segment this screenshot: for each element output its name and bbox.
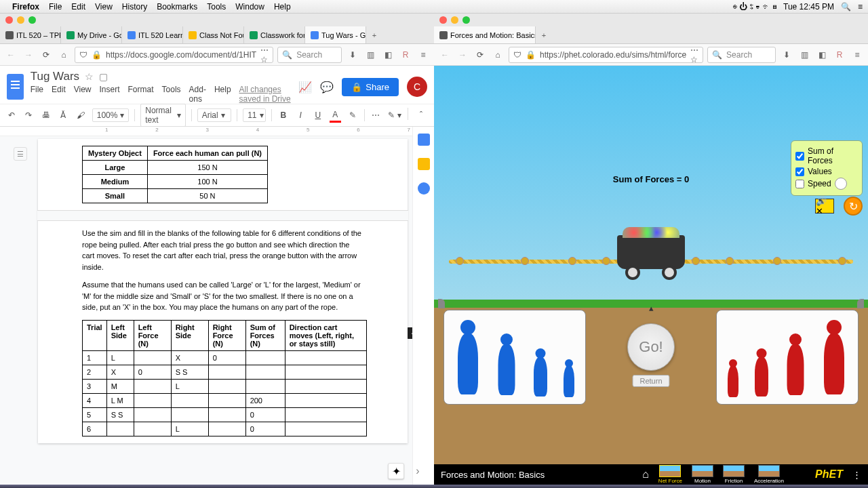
outline-toggle[interactable]: ☰ <box>14 147 27 161</box>
search-field[interactable]: 🔍Search <box>277 47 342 63</box>
activity-icon[interactable]: 📈 <box>298 81 312 94</box>
more-button[interactable]: ⋯ <box>370 108 382 123</box>
mystery-table[interactable]: Mystery ObjectForce each human can pull … <box>82 146 268 203</box>
menu-view[interactable]: View <box>95 2 113 12</box>
spellcheck-button[interactable]: Ǎ <box>58 108 70 123</box>
phet-logo[interactable]: PhET <box>815 468 843 481</box>
zoom-select[interactable]: 100% ▾ <box>92 108 130 122</box>
mute-button[interactable]: 🔊✕ <box>815 199 834 214</box>
search-field-r[interactable]: 🔍Search <box>707 47 776 63</box>
tab-tugwars[interactable]: Tug Wars - G× <box>305 26 366 43</box>
blue-puller-large[interactable] <box>452 320 484 401</box>
document-page[interactable]: Mystery ObjectForce each human can pull … <box>38 139 408 443</box>
comments-icon[interactable]: 💬 <box>320 81 334 94</box>
trial-table[interactable]: Trial Left Side Left Force (N) Right Sid… <box>82 320 367 436</box>
text-color-button[interactable]: A <box>330 108 342 123</box>
italic-button[interactable]: I <box>295 108 307 123</box>
gd-menu-help[interactable]: Help <box>214 85 231 104</box>
sidebar-icon-r[interactable]: ◧ <box>815 48 829 62</box>
back-button-r[interactable]: ← <box>438 48 452 62</box>
download-icon-r[interactable]: ⬇ <box>780 48 793 62</box>
doc-canvas[interactable]: 1234567 ☰ 4 of 6 ✦ › Mystery ObjectForce… <box>0 127 434 485</box>
underline-button[interactable]: U <box>312 108 324 123</box>
gd-menu-insert[interactable]: Insert <box>100 85 120 104</box>
spotlight-icon[interactable]: 🔍 <box>841 2 851 12</box>
cart[interactable] <box>617 235 685 269</box>
instructions-para-2[interactable]: Assume that the humans used can be calle… <box>82 279 363 313</box>
tab-drive[interactable]: My Drive - Goo <box>61 26 122 43</box>
reset-button[interactable]: ↻ <box>844 197 863 216</box>
kebab-icon[interactable]: ⋮ <box>852 470 861 480</box>
address-field[interactable]: 🛡🔒https://docs.google.com/document/d/1HI… <box>75 47 273 63</box>
knot[interactable] <box>692 257 700 265</box>
account-icon[interactable]: R <box>399 48 412 62</box>
size-select[interactable]: 11 ▾ <box>243 108 266 122</box>
print-button[interactable]: 🖶 <box>40 108 52 123</box>
forward-button[interactable]: → <box>22 48 35 62</box>
menu-window[interactable]: Window <box>235 2 264 12</box>
collapse-button[interactable]: ˆ <box>414 108 429 123</box>
blue-puller-medium[interactable] <box>493 333 520 401</box>
keep-icon[interactable] <box>418 158 430 170</box>
avatar[interactable]: C <box>407 77 427 97</box>
explore-button[interactable]: ✦ <box>388 463 404 479</box>
menu-file[interactable]: File <box>49 2 62 12</box>
app-name[interactable]: Firefox <box>12 2 39 12</box>
tab-classnotfound[interactable]: Class Not Found <box>183 26 244 43</box>
clock[interactable]: Tue 12:45 PM <box>783 2 834 12</box>
gd-menu-view[interactable]: View <box>74 85 92 104</box>
menu-bookmarks[interactable]: Bookmarks <box>157 2 197 12</box>
sum-forces-checkbox[interactable]: Sum of Forces <box>795 146 858 165</box>
gd-menu-edit[interactable]: Edit <box>52 85 66 104</box>
tab-phet[interactable]: Forces and Motion: Basics× <box>434 26 536 43</box>
style-select[interactable]: Normal text ▾ <box>140 104 186 127</box>
address-field-r[interactable]: 🛡🔒https://phet.colorado.edu/sims/html/fo… <box>509 47 703 63</box>
editing-mode-button[interactable]: ✎ ▾ <box>387 108 402 123</box>
menu-help[interactable]: Help <box>274 2 291 12</box>
home-button[interactable]: ⌂ <box>57 48 71 62</box>
gd-menu-format[interactable]: Format <box>128 85 154 104</box>
instructions-para-1[interactable]: Use the sim and fill in the blanks of th… <box>82 228 363 272</box>
sidebar-icon[interactable]: ◧ <box>381 48 395 62</box>
tasks-icon[interactable] <box>418 182 430 195</box>
calendar-icon[interactable] <box>418 134 430 146</box>
account-icon-r[interactable]: R <box>833 48 846 62</box>
home-icon[interactable]: ⌂ <box>642 468 649 481</box>
bold-button[interactable]: B <box>277 108 290 123</box>
new-tab-right[interactable]: + <box>536 26 552 43</box>
forward-button-r[interactable]: → <box>456 48 469 62</box>
redo-button[interactable]: ↷ <box>23 108 35 123</box>
share-button[interactable]: 🔒Share <box>342 78 399 96</box>
gd-menu-addons[interactable]: Add-ons <box>189 85 206 104</box>
knot[interactable] <box>568 257 576 265</box>
knot[interactable] <box>521 257 529 265</box>
menu-icon[interactable]: ≡ <box>416 48 430 62</box>
reload-button[interactable]: ⟳ <box>39 48 53 62</box>
back-button[interactable]: ← <box>4 48 18 62</box>
phet-sim[interactable]: Sum of Forces Values Speed 🔊✕ ↻ Sum of F… <box>434 66 868 485</box>
doc-title[interactable]: Tug Wars <box>31 70 79 83</box>
reload-button-r[interactable]: ⟳ <box>473 48 487 62</box>
red-puller-small-1[interactable] <box>724 359 742 401</box>
knot[interactable] <box>726 257 734 265</box>
nav-acceleration[interactable]: Acceleration <box>754 465 784 484</box>
menu-history[interactable]: History <box>122 2 147 12</box>
undo-button[interactable]: ↶ <box>5 108 18 123</box>
library-icon[interactable]: ▥ <box>363 48 377 62</box>
window-controls-right[interactable] <box>434 14 475 26</box>
notifications-icon[interactable]: ≡ <box>858 2 863 12</box>
blue-puller-small-1[interactable] <box>530 348 551 401</box>
nav-motion[interactable]: Motion <box>692 465 713 484</box>
tab-itl520[interactable]: ITL 520 – TPE S <box>0 26 61 43</box>
paint-format-button[interactable]: 🖌 <box>75 108 87 123</box>
tab-itl520learn[interactable]: ITL 520 Learnin <box>122 26 183 43</box>
menu-edit[interactable]: Edit <box>71 2 85 12</box>
window-controls-left[interactable] <box>0 14 41 26</box>
new-tab-button[interactable]: + <box>366 26 382 43</box>
library-icon-r[interactable]: ▥ <box>797 48 811 62</box>
return-button[interactable]: Return <box>632 375 669 387</box>
status-icons[interactable]: ◉ ⏻ ⇆ ⌨ ᯤ ▤ <box>732 2 776 12</box>
docs-icon[interactable] <box>7 74 24 100</box>
go-button[interactable]: Go! <box>627 323 675 371</box>
star-icon[interactable]: ☆ <box>85 71 94 82</box>
